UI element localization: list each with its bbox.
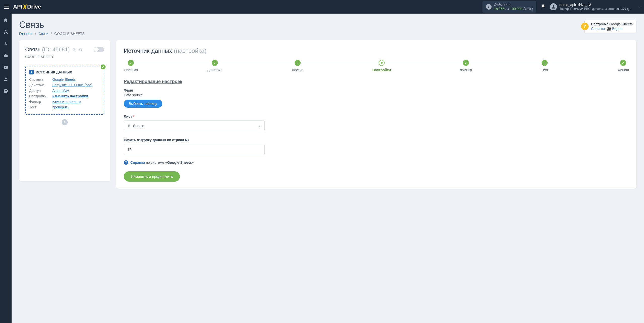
actions-badge[interactable]: i Действия: 18'055 из 100'000 (18%) bbox=[482, 1, 536, 13]
topbar: APIXDrive i Действия: 18'055 из 100'000 … bbox=[0, 0, 644, 14]
step-current-icon[interactable] bbox=[379, 60, 385, 66]
sheet-select[interactable]: 🗎Source ⌄ bbox=[124, 120, 265, 131]
briefcase-icon[interactable] bbox=[3, 53, 8, 59]
user-icon[interactable] bbox=[3, 77, 8, 83]
settings-panel: Источник данных (настройка) ✓Система ✓Де… bbox=[116, 40, 636, 189]
step-number-icon: 1 bbox=[29, 70, 34, 74]
avatar-icon bbox=[550, 3, 557, 10]
step-done-icon[interactable]: ✓ bbox=[128, 60, 134, 66]
help-widget[interactable]: ? Настройка Google Sheets Справка 🎥 Виде… bbox=[584, 20, 636, 33]
chevron-down-icon: ⌄ bbox=[258, 124, 261, 128]
step-done-icon[interactable]: ✓ bbox=[620, 60, 626, 66]
connection-panel: Связь (ID: 45681) 🗎 ⚙ GOOGLE SHEETS ✓ 1И… bbox=[19, 40, 110, 181]
step-done-icon[interactable]: ✓ bbox=[463, 60, 469, 66]
help-video-link[interactable]: Видео bbox=[612, 27, 622, 31]
document-icon: 🗎 bbox=[128, 124, 131, 128]
page-title: Связь bbox=[19, 20, 636, 30]
billing-icon[interactable]: $ bbox=[3, 41, 8, 48]
step-done-icon[interactable]: ✓ bbox=[542, 60, 548, 66]
home-icon[interactable] bbox=[3, 18, 8, 24]
crumb-current: GOOGLE SHEETS bbox=[54, 32, 85, 36]
enable-toggle[interactable] bbox=[94, 47, 104, 52]
svg-point-1 bbox=[5, 30, 7, 31]
sidebar: $ ? bbox=[0, 14, 12, 323]
src-access[interactable]: Andrii Mav bbox=[52, 89, 69, 93]
logo-text-b: Drive bbox=[27, 4, 41, 10]
logo[interactable]: APIXDrive bbox=[13, 3, 41, 11]
source-box: ✓ 1ИСТОЧНИК ДАННЫХ СистемаGoogle Sheets … bbox=[25, 66, 104, 115]
username: demo_apix-drive_s3 bbox=[559, 3, 630, 7]
submit-button[interactable]: Изменить и продолжить bbox=[124, 171, 180, 182]
check-icon: ✓ bbox=[100, 64, 106, 70]
svg-text:?: ? bbox=[5, 90, 7, 93]
notifications-icon[interactable] bbox=[541, 4, 545, 10]
crumb-home[interactable]: Главная bbox=[19, 32, 32, 36]
svg-point-6 bbox=[5, 77, 7, 79]
src-action[interactable]: Загрузить СТРОКИ (все) bbox=[52, 83, 92, 87]
step-done-icon[interactable]: ✓ bbox=[295, 60, 301, 66]
info-icon: i bbox=[486, 4, 492, 10]
system-help-link[interactable]: ? Справка по системе «Google Sheets» bbox=[124, 160, 629, 165]
connections-icon[interactable] bbox=[3, 29, 8, 36]
file-value: Data source bbox=[124, 93, 629, 97]
wizard-stepper: ✓Система ✓Действие ✓Доступ Настройки ✓Фи… bbox=[124, 60, 629, 72]
svg-point-0 bbox=[553, 5, 554, 7]
crumb-links[interactable]: Связи bbox=[38, 32, 48, 36]
logo-x-icon: X bbox=[22, 3, 28, 11]
actions-used: 18'055 bbox=[494, 7, 505, 11]
chevron-down-icon: ⌄ bbox=[638, 5, 641, 9]
video-icon[interactable] bbox=[3, 65, 8, 71]
help-ref-link[interactable]: Справка bbox=[591, 27, 605, 31]
src-filter[interactable]: изменить фильтр bbox=[52, 100, 81, 104]
help-question-icon: ? bbox=[581, 23, 589, 30]
choose-table-button[interactable]: Выбрать таблицу bbox=[124, 100, 162, 108]
section-heading: Редактирование настроек bbox=[124, 79, 629, 84]
sheet-label: Лист bbox=[124, 114, 132, 118]
logo-text-a: API bbox=[13, 4, 22, 10]
gear-icon[interactable]: ⚙ bbox=[79, 48, 83, 52]
src-system[interactable]: Google Sheets bbox=[52, 77, 76, 82]
start-row-input[interactable] bbox=[124, 144, 265, 155]
video-cam-icon: 🎥 bbox=[607, 27, 611, 31]
system-label: GOOGLE SHEETS bbox=[25, 55, 104, 61]
src-test[interactable]: проверить bbox=[52, 105, 69, 109]
row-label: Начать загрузку данных со строки № bbox=[124, 138, 629, 142]
file-label: Файл bbox=[124, 88, 629, 92]
actions-label: Действия: bbox=[494, 3, 533, 7]
help-small-icon: ? bbox=[124, 160, 128, 165]
actions-total: 100'000 bbox=[510, 7, 522, 11]
doc-icon[interactable]: 🗎 bbox=[72, 48, 76, 52]
menu-toggle[interactable] bbox=[3, 3, 10, 10]
svg-text:$: $ bbox=[5, 42, 7, 46]
user-menu[interactable]: demo_apix-drive_s3 Тариф |Премиум PRO| д… bbox=[550, 3, 641, 11]
help-title: Настройка Google Sheets bbox=[591, 22, 633, 26]
connection-id: (ID: 45681) bbox=[42, 46, 70, 53]
add-step-button[interactable]: + bbox=[62, 119, 68, 125]
help-icon[interactable]: ? bbox=[3, 89, 8, 95]
step-done-icon[interactable]: ✓ bbox=[212, 60, 218, 66]
breadcrumb: Главная / Связи / GOOGLE SHEETS bbox=[19, 32, 636, 36]
src-settings[interactable]: изменить настройки bbox=[52, 94, 88, 98]
